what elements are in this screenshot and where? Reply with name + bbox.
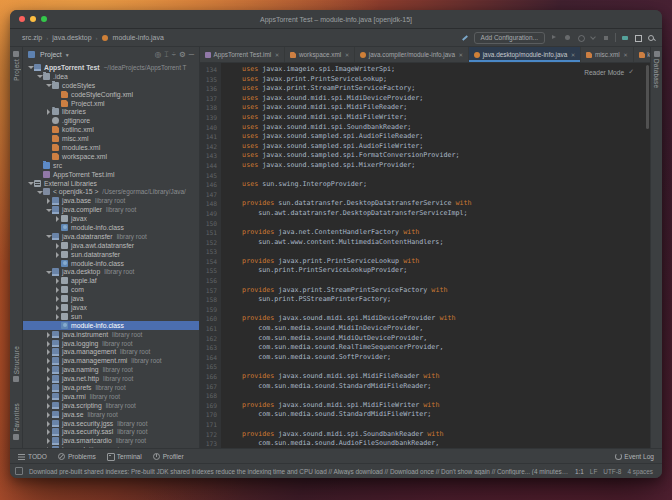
code-line[interactable]: sun.awt.datatransfer.DesktopDatatransfer…	[226, 209, 650, 219]
tree-expand-arrow-icon[interactable]	[44, 357, 52, 365]
code-line[interactable]: uses sun.swing.InteropProvider;	[226, 180, 650, 190]
tree-expand-arrow-icon[interactable]	[53, 286, 61, 294]
tool-button-event-log[interactable]: Event Log	[614, 453, 654, 460]
code-line[interactable]: provides javax.sound.midi.spi.MidiFileWr…	[226, 401, 650, 411]
build-hammer-icon[interactable]	[461, 34, 469, 42]
reader-mode-toggle[interactable]: Reader Mode ✓	[584, 68, 634, 76]
zoom-button[interactable]	[41, 16, 47, 22]
stop-icon[interactable]	[602, 34, 610, 42]
tree-item[interactable]: misc.xml	[23, 134, 199, 143]
code-line[interactable]: uses javax.sound.sampled.spi.AudioFileRe…	[226, 132, 650, 142]
tree-expand-arrow-icon[interactable]	[44, 197, 52, 205]
tree-expand-arrow-icon[interactable]	[53, 295, 61, 303]
tree-expand-arrow-icon[interactable]	[44, 446, 52, 448]
caret-position[interactable]: 1:1	[575, 468, 584, 475]
tab-close-icon[interactable]: ✕	[275, 52, 280, 58]
coverage-icon[interactable]	[576, 34, 584, 42]
editor-tab[interactable]: AppsTorrent Test.iml✕	[200, 47, 285, 62]
tree-item[interactable]: < openjdk-15 >/Users/egormac/Library/Jav…	[23, 187, 199, 196]
tree-item[interactable]: java.logginglibrary root	[23, 339, 199, 348]
tool-button-structure[interactable]: Structure	[10, 346, 22, 382]
tree-expand-arrow-icon[interactable]	[26, 63, 34, 71]
code-line[interactable]: provides sun.datatransfer.DesktopDatatra…	[226, 199, 650, 209]
code-line[interactable]: provides javax.sound.midi.spi.SoundbankR…	[226, 430, 650, 440]
editor-tab[interactable]: java.desktop/module-info.java✕	[469, 47, 581, 62]
editor-tab[interactable]: kotlinc.xml✕	[634, 47, 650, 62]
tree-item[interactable]: javax	[23, 303, 199, 312]
tree-item[interactable]: module-info.class	[23, 259, 199, 268]
editor-tab[interactable]: misc.xml✕	[581, 47, 633, 62]
tree-expand-arrow-icon[interactable]	[35, 72, 43, 80]
tree-expand-arrow-icon[interactable]	[53, 250, 61, 258]
tree-expand-arrow-icon[interactable]	[35, 188, 43, 196]
tree-item[interactable]: .idea	[23, 72, 199, 81]
code-line[interactable]: com.sun.media.sound.MidiInDeviceProvider…	[226, 324, 650, 334]
tree-item[interactable]: apple.laf	[23, 276, 199, 285]
tree-item[interactable]: javax	[23, 214, 199, 223]
indent-indicator[interactable]: 4 spaces	[627, 468, 653, 475]
tool-button-terminal[interactable]: Terminal	[107, 453, 142, 460]
status-message[interactable]: Download pre-built shared indexes: Pre-b…	[29, 468, 569, 475]
tree-item[interactable]: java.awt.datatransfer	[23, 241, 199, 250]
tree-item[interactable]: java.compilerlibrary root	[23, 205, 199, 214]
code-line[interactable]: uses javax.sound.midi.spi.SoundbankReade…	[226, 123, 650, 133]
tree-expand-arrow-icon[interactable]	[44, 206, 52, 214]
window-icon[interactable]	[634, 34, 642, 42]
tab-close-icon[interactable]: ✕	[571, 52, 576, 58]
tree-item[interactable]: java.managementlibrary root	[23, 348, 199, 357]
code-line[interactable]: uses javax.sound.sampled.spi.AudioFileWr…	[226, 142, 650, 152]
tool-button-favorites[interactable]: Favorites	[10, 403, 22, 440]
code-line[interactable]: com.sun.media.sound.AudioFileSoundbankRe…	[226, 439, 650, 448]
tree-item[interactable]: java.management.rmilibrary root	[23, 356, 199, 365]
code-line[interactable]: provides javax.sound.midi.spi.MidiFileRe…	[226, 372, 650, 382]
tab-close-icon[interactable]: ✕	[345, 52, 350, 58]
tree-item[interactable]: java.naminglibrary root	[23, 365, 199, 374]
tree-item[interactable]: sun.datatransfer	[23, 250, 199, 259]
expand-all-icon[interactable]: ⌶	[164, 51, 169, 58]
tree-expand-arrow-icon[interactable]	[44, 384, 52, 392]
code-line[interactable]: uses javax.sound.midi.spi.MidiFileReader…	[226, 103, 650, 113]
search-everywhere-icon[interactable]	[647, 34, 655, 42]
project-panel-title[interactable]: Project	[40, 51, 62, 58]
hide-panel-icon[interactable]: ─	[189, 51, 194, 58]
tree-expand-arrow-icon[interactable]	[44, 428, 52, 436]
tree-item[interactable]: java.security.sasllibrary root	[23, 428, 199, 437]
tree-expand-arrow-icon[interactable]	[53, 303, 61, 311]
editor-tab[interactable]: workspace.xml✕	[285, 47, 355, 62]
project-dropdown-caret-icon[interactable]: ▼	[65, 52, 70, 58]
code-line[interactable]: com.sun.media.sound.StandardMidiFileRead…	[226, 382, 650, 392]
tool-button-todo[interactable]: TODO	[18, 453, 47, 460]
run-icon[interactable]	[550, 34, 558, 42]
tree-item[interactable]: sun	[23, 312, 199, 321]
code-line[interactable]: sun.print.PSStreamPrinterFactory;	[226, 295, 650, 305]
locate-file-icon[interactable]: ◎	[155, 51, 162, 58]
tree-expand-arrow-icon[interactable]	[44, 401, 52, 409]
code-line[interactable]	[226, 190, 650, 200]
code-line[interactable]: uses javax.sound.midi.spi.MidiFileWriter…	[226, 113, 650, 123]
code-line[interactable]	[226, 219, 650, 229]
tree-expand-arrow-icon[interactable]	[53, 312, 61, 320]
code-line[interactable]	[226, 171, 650, 181]
tab-close-icon[interactable]: ✕	[459, 52, 464, 58]
code-line[interactable]	[226, 276, 650, 286]
tree-expand-arrow-icon[interactable]	[44, 375, 52, 383]
tree-expand-arrow-icon[interactable]	[44, 330, 52, 338]
tree-expand-arrow-icon[interactable]	[44, 108, 52, 116]
code-line[interactable]: uses javax.sound.midi.spi.MidiDeviceProv…	[226, 94, 650, 104]
code-line[interactable]: provides javax.print.StreamPrintServiceF…	[226, 286, 650, 296]
tool-button-database[interactable]: Database	[651, 51, 662, 88]
tree-item[interactable]: AppsTorrent Test~/IdeaProjects/AppsTorre…	[23, 63, 199, 72]
tree-expand-arrow-icon[interactable]	[53, 241, 61, 249]
tree-expand-arrow-icon[interactable]	[44, 366, 52, 374]
chevron-down-icon[interactable]	[589, 34, 597, 42]
encoding-indicator[interactable]: UTF-8	[603, 468, 621, 475]
line-ending-indicator[interactable]: LF	[590, 468, 597, 475]
code-line[interactable]: uses javax.print.PrintServiceLookup;	[226, 75, 650, 85]
code-line[interactable]: uses javax.sound.sampled.spi.FormatConve…	[226, 151, 650, 161]
tree-item[interactable]: java.scriptinglibrary root	[23, 401, 199, 410]
tree-expand-arrow-icon[interactable]	[44, 410, 52, 418]
editor-tab[interactable]: java.compiler/module-info.java✕	[355, 47, 469, 62]
tree-item[interactable]: java	[23, 294, 199, 303]
tree-item[interactable]: codeStyleConfig.xml	[23, 90, 199, 99]
tree-item[interactable]: Project.xml	[23, 99, 199, 108]
